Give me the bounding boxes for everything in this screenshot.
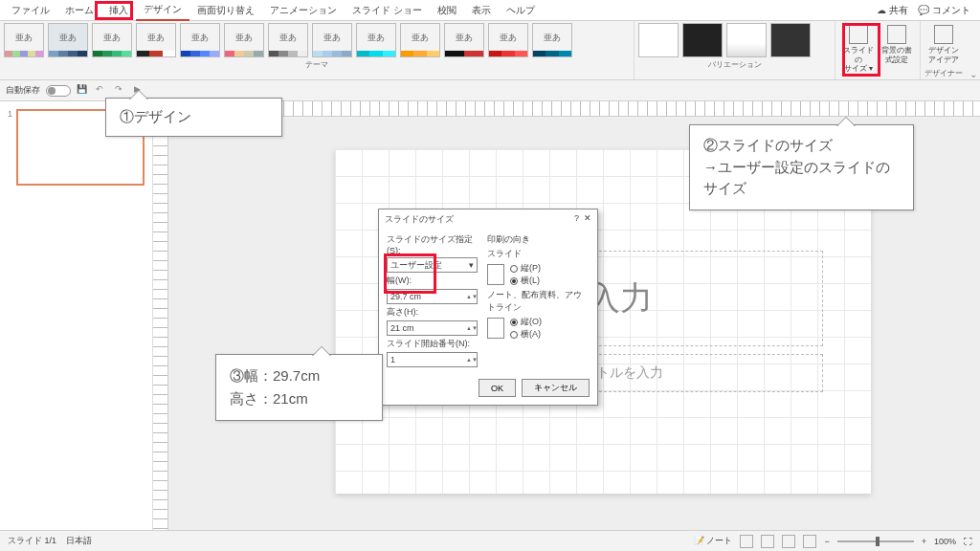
callout-3: ③幅：29.7cm 高さ：21cm	[215, 354, 383, 421]
designer-group-label: デザイナー	[924, 66, 963, 78]
theme-thumb[interactable]: 亜あ	[268, 23, 308, 57]
slide-size-dialog: スライドのサイズ ? ✕ スライドのサイズ指定(S): ユーザー設定▾ 幅(W)…	[378, 209, 598, 406]
autosave-toggle[interactable]	[46, 85, 71, 97]
fit-icon[interactable]: ⛶	[964, 537, 972, 546]
menu-view[interactable]: 表示	[464, 1, 499, 20]
theme-thumb[interactable]: 亜あ	[48, 23, 88, 57]
slide-portrait-radio[interactable]: 縦(P)	[510, 262, 541, 275]
theme-thumb[interactable]: 亜あ	[312, 23, 352, 57]
callout-1: ①デザイン	[105, 98, 282, 137]
reading-view-icon[interactable]	[782, 535, 795, 548]
ruler-horizontal	[168, 101, 980, 117]
theme-thumb[interactable]: 亜あ	[92, 23, 132, 57]
menu-design[interactable]: デザイン	[136, 0, 189, 21]
width-label: 幅(W):	[387, 275, 478, 287]
theme-thumb[interactable]: 亜あ	[444, 23, 484, 57]
dialog-title: スライドのサイズ	[385, 213, 454, 226]
slide-counter: スライド 1/1	[8, 535, 56, 547]
size-select[interactable]: ユーザー設定▾	[387, 257, 478, 273]
size-label: スライドのサイズ指定(S):	[387, 233, 478, 255]
notes-landscape-radio[interactable]: 横(A)	[510, 328, 542, 341]
autosave-label: 自動保存	[6, 84, 40, 97]
menu-animations[interactable]: アニメーション	[262, 1, 345, 20]
height-input[interactable]: 21 cm▲▼	[387, 320, 478, 336]
slide-orientation-label: スライド	[487, 248, 590, 260]
slideshow-view-icon[interactable]	[803, 535, 816, 548]
theme-thumb[interactable]: 亜あ	[488, 23, 528, 57]
zoom-value[interactable]: 100%	[934, 537, 956, 546]
cancel-button[interactable]: キャンセル	[522, 379, 590, 397]
menu-insert[interactable]: 挿入	[101, 1, 136, 20]
bg-format-button[interactable]: 背景の書 式設定	[878, 23, 916, 79]
page-icon	[487, 318, 504, 339]
close-icon[interactable]: ✕	[584, 213, 591, 223]
theme-thumb[interactable]: 亜あ	[532, 23, 572, 57]
menubar: ファイル ホーム 挿入 デザイン 画面切り替え アニメーション スライド ショー…	[0, 0, 980, 21]
language-label: 日本語	[66, 535, 92, 547]
design-ideas-button[interactable]: デザイン アイデア	[924, 23, 963, 66]
zoom-out-icon[interactable]: −	[824, 537, 829, 546]
theme-thumb[interactable]: 亜あ	[4, 23, 44, 57]
menu-slideshow[interactable]: スライド ショー	[345, 1, 430, 20]
sorter-view-icon[interactable]	[761, 535, 774, 548]
ok-button[interactable]: OK	[479, 379, 516, 397]
variation-thumb[interactable]	[638, 23, 679, 57]
ribbon: 亜あ亜あ亜あ亜あ亜あ亜あ亜あ亜あ亜あ亜あ亜あ亜あ亜あ テーマ バリエーション ス…	[0, 21, 980, 80]
share-button[interactable]: ☁ 共有	[877, 4, 908, 17]
zoom-in-icon[interactable]: +	[922, 537, 926, 546]
comment-button[interactable]: 💬 コメント	[918, 4, 970, 17]
theme-gallery[interactable]: 亜あ亜あ亜あ亜あ亜あ亜あ亜あ亜あ亜あ亜あ亜あ亜あ亜あ	[4, 23, 630, 57]
notes-button[interactable]: 📝 ノート	[694, 535, 733, 547]
ruler-vertical	[153, 117, 168, 530]
help-icon[interactable]: ?	[574, 213, 579, 223]
page-icon	[487, 264, 504, 285]
menu-transitions[interactable]: 画面切り替え	[189, 1, 262, 20]
zoom-slider[interactable]	[837, 540, 914, 542]
variation-thumb[interactable]	[682, 23, 723, 57]
variation-gallery[interactable]	[638, 23, 831, 57]
slide-landscape-radio[interactable]: 横(L)	[510, 275, 541, 287]
slide-thumbnail-panel: 1	[0, 101, 153, 530]
theme-thumb[interactable]: 亜あ	[356, 23, 396, 57]
menu-home[interactable]: ホーム	[57, 1, 101, 20]
theme-thumb[interactable]: 亜あ	[180, 23, 220, 57]
notes-portrait-radio[interactable]: 縦(O)	[510, 316, 542, 328]
redo-icon[interactable]: ↷	[115, 84, 128, 98]
height-label: 高さ(H):	[387, 306, 478, 319]
menu-help[interactable]: ヘルプ	[499, 1, 543, 20]
variation-thumb[interactable]	[726, 23, 767, 57]
menu-review[interactable]: 校閲	[430, 1, 464, 20]
theme-thumb[interactable]: 亜あ	[224, 23, 264, 57]
thumb-number: 1	[8, 109, 12, 186]
theme-thumb[interactable]: 亜あ	[400, 23, 440, 57]
variations-group-label: バリエーション	[638, 57, 831, 70]
menu-file[interactable]: ファイル	[4, 1, 57, 20]
save-icon[interactable]: 💾	[77, 84, 90, 98]
slide-size-button[interactable]: スライドの サイズ ▾	[839, 23, 878, 79]
notes-orientation-label: ノート、配布資料、アウトライン	[487, 289, 590, 314]
normal-view-icon[interactable]	[740, 535, 753, 548]
start-number-input[interactable]: 1▲▼	[387, 352, 478, 367]
start-number-label: スライド開始番号(N):	[387, 338, 478, 350]
orientation-label: 印刷の向き	[487, 233, 590, 246]
variation-thumb[interactable]	[770, 23, 811, 57]
statusbar: スライド 1/1 日本語 📝 ノート − + 100% ⛶	[0, 530, 980, 551]
width-input[interactable]: 29.7 cm▲▼	[387, 289, 478, 304]
themes-group-label: テーマ	[4, 57, 630, 70]
theme-thumb[interactable]: 亜あ	[136, 23, 176, 57]
undo-icon[interactable]: ↶	[96, 84, 109, 98]
callout-2: ②スライドのサイズ →ユーザー設定のスライドのサイズ	[689, 124, 914, 210]
